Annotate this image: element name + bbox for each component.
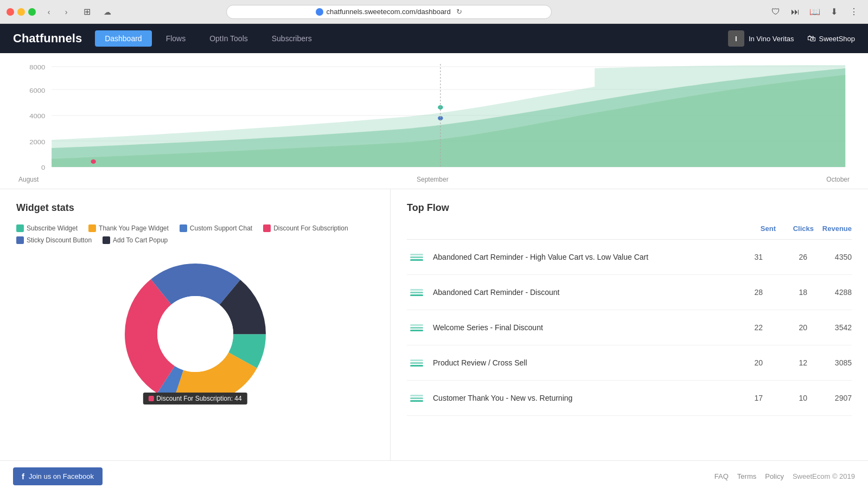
chart-label-october: October	[826, 176, 850, 183]
share-button[interactable]: ☁	[100, 5, 115, 18]
flow-row: Abandoned Cart Reminder - High Value Car…	[407, 240, 852, 275]
donut-chart: Discount For Subscription: 44	[114, 253, 277, 415]
donut-tooltip: Discount For Subscription: 44	[143, 393, 247, 404]
shield-icon[interactable]: 🛡	[768, 4, 783, 20]
nav-dashboard[interactable]: Dashboard	[95, 30, 152, 47]
nav-optin-tools[interactable]: OptIn Tools	[200, 30, 258, 47]
legend-item-custom-support: Custom Support Chat	[180, 224, 252, 232]
legend-color-custom-support	[180, 224, 187, 232]
flow-revenue-1: 4288	[814, 288, 852, 297]
sidebar-button[interactable]: ⊞	[79, 5, 94, 18]
legend-label-custom-support: Custom Support Chat	[190, 224, 252, 232]
footer-copyright: SweetEcom © 2019	[793, 472, 855, 480]
svg-point-22	[157, 296, 233, 372]
facebook-icon: f	[22, 472, 24, 481]
svg-point-11	[91, 159, 95, 164]
flow-name-1: Abandoned Cart Reminder - Discount	[433, 288, 718, 297]
bookmark-icon[interactable]: 📖	[807, 4, 822, 20]
legend-item-thankyou: Thank You Page Widget	[88, 224, 169, 232]
footer-policy[interactable]: Policy	[765, 472, 784, 480]
svg-rect-32	[410, 359, 423, 361]
reload-icon[interactable]: ↻	[456, 8, 462, 16]
footer-links: FAQ Terms Policy SweetEcom © 2019	[714, 472, 855, 480]
svg-rect-31	[410, 330, 423, 331]
flow-icon-1	[407, 282, 426, 302]
flow-sent-4: 17	[725, 394, 763, 402]
flow-name-2: Welcome Series - Final Discount	[433, 323, 718, 332]
flow-revenue-3: 3085	[814, 358, 852, 367]
chart-section: 0 2000 4000 6000 8000	[0, 53, 868, 189]
flow-sent-1: 28	[725, 288, 763, 297]
menu-icon[interactable]: ⋮	[846, 4, 861, 20]
favicon	[316, 8, 323, 16]
chart-svg: 0 2000 4000 6000 8000	[16, 64, 852, 172]
top-flow-title: Top Flow	[407, 202, 852, 214]
tooltip-text: Discount For Subscription: 44	[156, 395, 241, 402]
tooltip-color-box	[148, 396, 154, 401]
flow-revenue-2: 3542	[814, 323, 852, 332]
widget-stats-title: Widget stats	[16, 202, 374, 214]
flow-clicks-0: 26	[769, 253, 807, 261]
legend-label-sticky: Sticky Discount Button	[27, 236, 92, 244]
footer-terms[interactable]: Terms	[737, 472, 756, 480]
widget-stats-panel: Widget stats Subscribe Widget Thank You …	[0, 189, 391, 460]
svg-text:0: 0	[41, 164, 46, 171]
svg-rect-25	[410, 259, 423, 261]
svg-point-0	[317, 9, 322, 15]
legend-item-addtocart: Add To Cart Popup	[103, 236, 168, 244]
app: Chatfunnels Dashboard Flows OptIn Tools …	[0, 24, 868, 488]
minimize-button[interactable]	[17, 8, 25, 16]
svg-rect-35	[410, 395, 423, 396]
footer-faq[interactable]: FAQ	[714, 472, 729, 480]
bottom-section: Widget stats Subscribe Widget Thank You …	[0, 189, 868, 460]
flow-clicks-4: 10	[769, 394, 807, 402]
svg-rect-24	[410, 256, 423, 258]
legend-item-sticky: Sticky Discount Button	[16, 236, 92, 244]
svg-rect-23	[410, 254, 423, 255]
legend-label-discount: Discount For Subscription	[273, 224, 348, 232]
back-button[interactable]: ‹	[41, 5, 56, 18]
chart-container: 0 2000 4000 6000 8000	[16, 64, 852, 172]
svg-rect-28	[410, 294, 423, 296]
flow-sent-2: 22	[725, 323, 763, 332]
flow-name-3: Product Review / Cross Sell	[433, 358, 718, 367]
flow-row: Product Review / Cross Sell 20 12 3085	[407, 345, 852, 381]
chart-x-labels: August September October	[16, 176, 852, 183]
nav-flows[interactable]: Flows	[156, 30, 196, 47]
legend-label-thankyou: Thank You Page Widget	[99, 224, 169, 232]
facebook-button[interactable]: f Join us on Facebook	[13, 467, 103, 485]
flow-revenue-0: 4350	[814, 253, 852, 261]
maximize-button[interactable]	[28, 8, 36, 16]
forward-button[interactable]: ›	[59, 5, 74, 18]
flow-row: Customer Thank You - New vs. Returning 1…	[407, 381, 852, 416]
browser-actions: 🛡 ⏭ 📖 ⬇ ⋮	[768, 4, 861, 20]
svg-rect-33	[410, 362, 423, 364]
media-icon[interactable]: ⏭	[788, 4, 803, 20]
svg-rect-27	[410, 292, 423, 293]
flow-header-revenue: Revenue	[814, 224, 852, 233]
browser-nav-buttons: ‹ ›	[41, 5, 74, 18]
nav-subscribers[interactable]: Subscribers	[262, 30, 322, 47]
download-icon[interactable]: ⬇	[827, 4, 842, 20]
flow-name-0: Abandoned Cart Reminder - High Value Car…	[433, 253, 718, 261]
legend: Subscribe Widget Thank You Page Widget C…	[16, 224, 374, 244]
url-bar[interactable]: chatfunnels.sweetecom.com/dashboard ↻	[226, 5, 552, 19]
legend-color-addtocart	[103, 236, 110, 244]
flow-clicks-3: 12	[769, 358, 807, 367]
top-flow-panel: Top Flow Sent Clicks Revenue	[391, 189, 868, 460]
chart-label-august: August	[18, 176, 39, 183]
legend-color-subscribe	[16, 224, 24, 232]
flow-icon-0	[407, 247, 426, 267]
close-button[interactable]	[7, 8, 14, 16]
app-logo: Chatfunnels	[13, 31, 82, 46]
user-avatar[interactable]: I	[728, 30, 744, 47]
svg-text:6000: 6000	[29, 87, 45, 94]
flow-icon-4	[407, 388, 426, 408]
svg-rect-36	[410, 397, 423, 399]
store-name: SweetShop	[819, 35, 856, 43]
traffic-lights	[7, 8, 36, 16]
flow-sent-0: 31	[725, 253, 763, 261]
flow-clicks-1: 18	[769, 288, 807, 297]
svg-rect-29	[410, 324, 423, 326]
nav-user: I In Vino Veritas	[728, 30, 794, 47]
